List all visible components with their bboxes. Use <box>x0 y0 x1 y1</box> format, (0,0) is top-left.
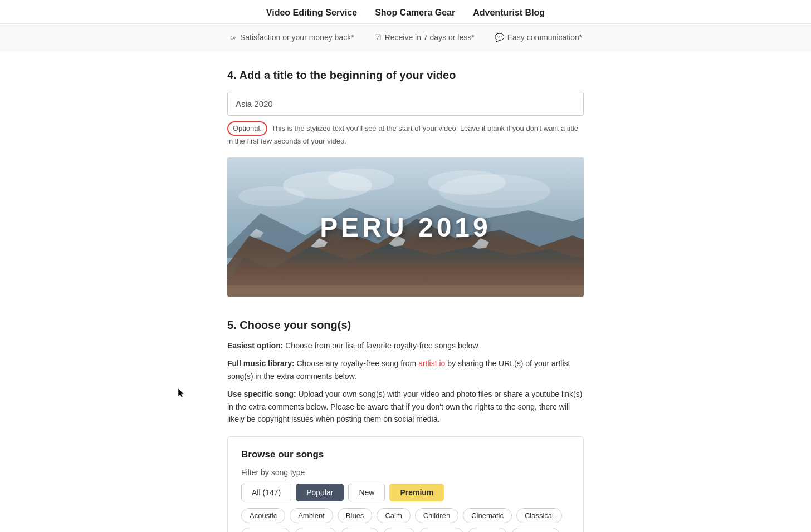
section4-heading: 4. Add a title to the beginning of your … <box>227 69 584 82</box>
genre-electro[interactable]: Electro <box>468 528 507 532</box>
artlist-link[interactable]: artlist.io <box>418 359 445 368</box>
genre-dance[interactable]: Dance <box>341 528 379 532</box>
genre-children[interactable]: Children <box>415 508 458 523</box>
music-option-library: Full music library: Choose any royalty-f… <box>227 357 584 382</box>
library-label: Full music library: <box>227 359 295 368</box>
top-nav: Video Editing Service Shop Camera Gear A… <box>0 0 811 24</box>
optional-badge: Optional. <box>227 121 267 136</box>
section5-heading: 5. Choose your song(s) <box>227 319 584 332</box>
trust-item-communication: 💬 Easy communication* <box>495 33 583 42</box>
browse-box: Browse our songs Filter by song type: Al… <box>227 436 584 532</box>
music-option-specific: Use specific song: Upload your own song(… <box>227 388 584 425</box>
genre-blues[interactable]: Blues <box>338 508 373 523</box>
check-icon: ☑ <box>374 33 382 42</box>
genre-cinematic[interactable]: Cinematic <box>463 508 512 523</box>
genre-country[interactable]: Country <box>295 528 337 532</box>
filter-btn-all[interactable]: All (147) <box>241 484 291 501</box>
svg-point-2 <box>328 169 394 191</box>
browse-title: Browse our songs <box>241 449 570 460</box>
trust-bar: ☺ Satisfaction or your money back* ☑ Rec… <box>0 24 811 51</box>
filter-btn-premium[interactable]: Premium <box>389 484 444 501</box>
svg-point-4 <box>428 170 506 195</box>
trust-item-satisfaction: ☺ Satisfaction or your money back* <box>229 33 354 42</box>
filter-btn-popular[interactable]: Popular <box>296 484 344 501</box>
genre-electronic[interactable]: Electronic <box>511 528 560 532</box>
section5: 5. Choose your song(s) Easiest option: C… <box>227 319 584 532</box>
filter-btn-new[interactable]: New <box>348 484 385 501</box>
genre-ambient[interactable]: Ambient <box>290 508 333 523</box>
smiley-icon: ☺ <box>229 33 237 42</box>
genre-calm[interactable]: Calm <box>377 508 410 523</box>
genre-dark[interactable]: Dark <box>383 528 415 532</box>
chat-icon: 💬 <box>495 33 504 42</box>
easiest-label: Easiest option: <box>227 341 283 350</box>
video-preview-title: PERU 2019 <box>320 212 491 243</box>
video-title-input[interactable] <box>227 92 584 116</box>
trust-item-delivery: ☑ Receive in 7 days or less* <box>374 33 475 42</box>
nav-link-adventurist[interactable]: Adventurist Blog <box>473 8 545 18</box>
video-preview: PERU 2019 <box>227 157 584 297</box>
genre-acoustic[interactable]: Acoustic <box>241 508 285 523</box>
type-filter-row: All (147) Popular New Premium <box>241 484 570 501</box>
svg-rect-13 <box>227 285 584 297</box>
filter-label: Filter by song type: <box>241 468 570 477</box>
specific-label: Use specific song: <box>227 390 296 398</box>
genre-dubstep[interactable]: Dubstep <box>419 528 463 532</box>
music-option-easiest: Easiest option: Choose from our list of … <box>227 339 584 352</box>
svg-point-5 <box>238 186 305 206</box>
helper-text: Optional. This is the stylized text you'… <box>227 121 584 146</box>
nav-link-shop-camera[interactable]: Shop Camera Gear <box>375 8 455 18</box>
genre-corporate[interactable]: Corporate <box>241 528 290 532</box>
mouse-cursor <box>178 388 185 398</box>
nav-link-video-editing[interactable]: Video Editing Service <box>266 8 357 18</box>
genre-classical[interactable]: Classical <box>516 508 562 523</box>
main-content: 4. Add a title to the beginning of your … <box>216 51 595 532</box>
genre-row: Acoustic Ambient Blues Calm Children Cin… <box>241 508 570 532</box>
